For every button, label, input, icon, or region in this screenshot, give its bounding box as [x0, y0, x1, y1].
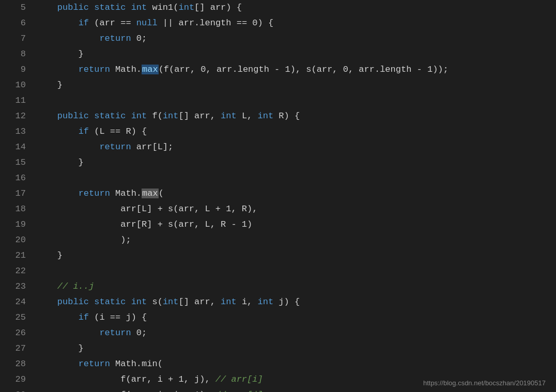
code-line: f(arr, i, j - 1) // arr[j]	[36, 387, 556, 392]
line-number: 16	[0, 170, 26, 186]
line-number: 10	[0, 77, 26, 93]
code-line: }	[36, 248, 556, 263]
line-number: 19	[0, 217, 26, 232]
line-number: 29	[0, 372, 26, 387]
token	[36, 297, 57, 307]
line-number: 26	[0, 325, 26, 341]
code-line: return Math.max(f(arr, 0, arr.length - 1…	[36, 62, 556, 77]
token: [] arr) {	[194, 3, 242, 12]
line-number: 21	[0, 248, 26, 263]
token: int	[131, 297, 147, 307]
token: return	[79, 65, 110, 74]
token: public	[57, 111, 89, 121]
token	[36, 65, 79, 74]
token: if	[79, 312, 89, 322]
token: f(	[147, 111, 163, 121]
token: [] arr,	[178, 297, 221, 307]
token	[36, 328, 99, 338]
token: arr[L] + s(arr, L + 1, R),	[36, 204, 257, 214]
token: return	[99, 328, 131, 338]
line-number: 20	[0, 232, 26, 248]
code-line: return 0;	[36, 325, 556, 341]
token: (f(arr, 0, arr.length - 1), s(arr, 0, ar…	[159, 65, 449, 74]
code-line: return arr[L];	[36, 139, 556, 155]
token	[36, 359, 79, 369]
line-number: 7	[0, 31, 26, 46]
token: }	[36, 49, 84, 59]
token: if	[79, 127, 89, 136]
token	[126, 3, 131, 12]
token: }	[36, 158, 84, 167]
token: return	[99, 34, 131, 43]
code-line: // i..j	[36, 279, 556, 294]
token	[36, 3, 57, 12]
token: (i == j) {	[89, 312, 147, 322]
token: Math.min(	[110, 359, 163, 369]
token: Math.	[110, 189, 142, 198]
line-number: 6	[0, 15, 26, 31]
token	[36, 34, 99, 43]
line-number: 22	[0, 263, 26, 279]
token	[36, 312, 79, 322]
token	[126, 111, 131, 121]
token: win1(	[147, 3, 178, 12]
token: int	[163, 111, 179, 121]
line-number: 12	[0, 108, 26, 124]
line-number: 23	[0, 279, 26, 294]
code-line	[36, 263, 556, 279]
token: // arr[i]	[215, 374, 263, 384]
code-line	[36, 170, 556, 186]
token: );	[36, 235, 131, 245]
code-line: return 0;	[36, 31, 556, 46]
token	[89, 3, 94, 12]
token: int	[178, 3, 194, 12]
token: int	[258, 297, 274, 307]
token	[36, 189, 79, 198]
token: (	[159, 189, 164, 198]
token: static	[94, 297, 126, 307]
line-number-gutter: 5678910111213141516171819202122232425262…	[0, 0, 31, 392]
token: }	[36, 343, 84, 353]
token	[36, 127, 79, 136]
line-number: 27	[0, 341, 26, 356]
token: [] arr,	[178, 111, 221, 121]
code-line: );	[36, 232, 556, 248]
token: null	[136, 18, 158, 28]
token: return	[79, 189, 110, 198]
line-number: 17	[0, 186, 26, 201]
line-number: 8	[0, 46, 26, 62]
line-number: 24	[0, 294, 26, 310]
token: }	[36, 250, 63, 260]
token: f(arr, i + 1, j),	[36, 374, 215, 384]
token: max	[142, 189, 159, 198]
code-line: }	[36, 77, 556, 93]
token: int	[258, 111, 274, 121]
token: return	[79, 359, 110, 369]
code-line	[36, 93, 556, 108]
token: static	[94, 3, 126, 12]
code-line: }	[36, 46, 556, 62]
line-number: 28	[0, 356, 26, 372]
token: // arr[j]	[215, 390, 263, 392]
token	[36, 111, 57, 121]
code-line: arr[R] + s(arr, L, R - 1)	[36, 217, 556, 232]
code-line: }	[36, 341, 556, 356]
token	[89, 297, 94, 307]
token	[36, 142, 99, 152]
token: (arr ==	[89, 18, 136, 28]
token: 0;	[131, 328, 147, 338]
token	[126, 297, 131, 307]
code-line: return Math.max(	[36, 186, 556, 201]
line-number: 15	[0, 155, 26, 170]
token: }	[36, 80, 63, 90]
line-number: 30	[0, 387, 26, 392]
token: int	[221, 297, 237, 307]
token: int	[131, 111, 147, 121]
line-number: 14	[0, 139, 26, 155]
token: || arr.length == 0) {	[158, 18, 273, 28]
code-line: public static int win1(int[] arr) {	[36, 0, 556, 15]
code-line: }	[36, 155, 556, 170]
code-line: if (L == R) {	[36, 124, 556, 139]
line-number: 18	[0, 201, 26, 217]
token: f(arr, i, j - 1)	[36, 390, 215, 392]
